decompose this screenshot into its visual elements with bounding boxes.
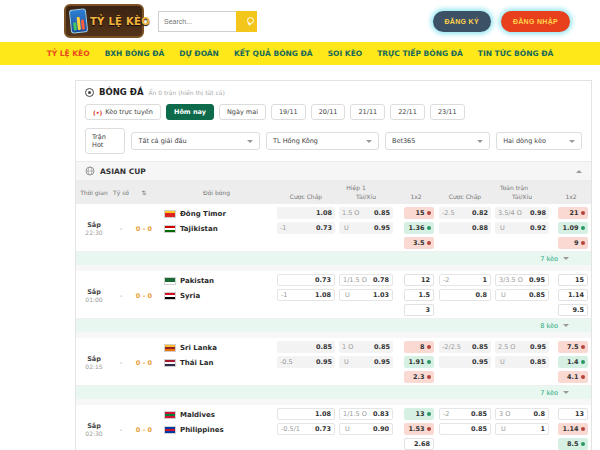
ft-1x2-cell-odds[interactable]: 7.5 — [558, 341, 588, 353]
more-odds-link[interactable]: 7 kèo — [76, 252, 591, 265]
ft-1x2-cell-odds[interactable]: 9 — [558, 237, 588, 249]
h1-1x2-cell-odds[interactable]: 13 — [404, 408, 434, 420]
odds-value: 8.5 — [567, 440, 579, 448]
nav-item-tin-tuc[interactable]: TIN TỨC BÓNG ĐÁ — [478, 49, 554, 58]
away-team[interactable]: Philippines — [164, 426, 275, 434]
ft-handicap-cell-odds[interactable]: -21 — [439, 274, 491, 286]
h1-overunder-cell-odds[interactable]: U0.90 — [339, 423, 393, 435]
ft-handicap-cell-odds[interactable]: 0.8 — [439, 289, 491, 301]
odds-value: 1.09 — [562, 224, 578, 232]
h1-1x2-cell-odds[interactable]: 1.5 — [404, 289, 434, 301]
nav-item-bxh-bong-da[interactable]: BXH BÓNG ĐÁ — [105, 49, 165, 58]
h1-1x2-cell-odds[interactable]: 1.53 — [404, 423, 434, 435]
tab-date-22-11[interactable]: 22/11 — [390, 104, 425, 120]
away-team[interactable]: Thái Lan — [164, 359, 275, 367]
tab-live[interactable]: (•) Kèo trực tuyến — [85, 104, 161, 120]
nav-item-truc-tiep[interactable]: TRỰC TIẾP BÓNG ĐÁ — [377, 49, 463, 58]
expand-icon — [563, 391, 569, 394]
h1-handicap-cell-odds[interactable]: -11.08 — [277, 289, 335, 301]
ft-handicap-cell-odds[interactable]: 0.88 — [439, 222, 491, 234]
site-logo[interactable]: TỶ LỆ KÈO — [64, 4, 144, 38]
h1-handicap-cell-odds[interactable]: -0.50.95 — [277, 356, 335, 368]
h1-1x2-cell-odds[interactable]: 3.5 — [404, 237, 434, 249]
ft-handicap-cell-odds[interactable]: -2/2.50.85 — [439, 341, 491, 353]
ft-1x2-cell-odds[interactable]: 13 — [558, 408, 588, 420]
ft-overunder-cell-odds[interactable]: 3/3.5O0.95 — [495, 274, 549, 286]
ft-overunder-cell-odds[interactable]: U0.85 — [495, 289, 549, 301]
ft-overunder-cell-odds[interactable]: 3.5/4O0.98 — [495, 207, 549, 219]
h1-handicap-cell-odds[interactable]: -0.5/10.73 — [277, 423, 335, 435]
h1-overunder-cell-odds[interactable]: U0.95 — [339, 356, 393, 368]
h1-1x2-cell-odds[interactable]: 15 — [404, 207, 434, 219]
h1-handicap-cell-odds[interactable]: 0.85 — [277, 341, 335, 353]
h1-overunder-cell-odds[interactable]: 1/1.5O0.83 — [339, 408, 393, 420]
ft-handicap-cell-odds[interactable]: 0.85 — [439, 423, 491, 435]
ft-1x2-cell-odds[interactable]: 8.5 — [558, 438, 588, 450]
ft-overunder-cell-odds[interactable]: 2.5O0.95 — [495, 341, 549, 353]
h1-overunder-cell-odds[interactable]: U1.03 — [339, 289, 393, 301]
team-name: Pakistan — [180, 277, 214, 285]
hot-matches-button[interactable]: Trận Hot — [85, 128, 125, 154]
ft-1x2-cell-odds[interactable]: 21 — [558, 207, 588, 219]
tab-tomorrow[interactable]: Ngày mai — [219, 104, 266, 120]
h1-handicap-cell-odds[interactable]: 1.08 — [277, 408, 335, 420]
register-button[interactable]: ĐĂNG KÝ — [433, 11, 491, 32]
tab-date-21-11[interactable]: 21/11 — [350, 104, 385, 120]
ft-1x2-cell-odds[interactable]: 4.1 — [558, 371, 588, 383]
ft-overunder-cell-odds[interactable]: U0.92 — [495, 222, 549, 234]
nav-item-soi-keo[interactable]: SOI KÈO — [328, 49, 363, 58]
h1-handicap-cell-odds[interactable]: 1.08 — [277, 207, 335, 219]
home-team[interactable]: Đông Timor — [164, 210, 275, 218]
tab-date-23-11[interactable]: 23/11 — [430, 104, 465, 120]
ft-1x2-cell-odds[interactable]: 9.5 — [558, 304, 588, 316]
ft-handicap-cell-odds[interactable]: -2.50.82 — [439, 207, 491, 219]
more-odds-link[interactable]: 7 kèo — [76, 386, 591, 399]
lines-select[interactable]: Hai dòng kèo — [496, 132, 582, 150]
away-team[interactable]: Tajikistan — [164, 225, 275, 233]
h1-1x2-cell-odds[interactable]: 2.68 — [404, 438, 434, 450]
section-note[interactable]: Ẩn 0 trận (hiển thị tất cả) — [148, 89, 224, 96]
tab-today[interactable]: Hôm nay — [166, 104, 214, 120]
h1-handicap-cell-odds[interactable]: -10.73 — [277, 222, 335, 234]
h1-1x2-cell-odds[interactable]: 1.91 — [404, 356, 434, 368]
h1-overunder-cell-odds[interactable]: U0.95 — [339, 222, 393, 234]
h1-overunder-cell-odds[interactable]: 1O0.85 — [339, 341, 393, 353]
collapse-icon[interactable] — [576, 170, 582, 173]
ft-handicap-cell-odds[interactable]: -20.85 — [439, 408, 491, 420]
search-button[interactable] — [236, 11, 257, 32]
home-team[interactable]: Maldives — [164, 411, 275, 419]
h1-1x2-cell-odds[interactable]: 8 — [404, 341, 434, 353]
ft-1x2-cell-odds[interactable]: 1.09 — [558, 222, 588, 234]
ft-1x2-cell-odds[interactable]: 1.14 — [558, 289, 588, 301]
more-odds-link[interactable]: 8 kèo — [76, 319, 591, 332]
home-team[interactable]: Pakistan — [164, 277, 275, 285]
h1-1x2-cell-odds[interactable]: 2.3 — [404, 371, 434, 383]
ft-1x2-cell-odds[interactable]: 1.4 — [558, 356, 588, 368]
nav-item-ty-le-keo[interactable]: TỶ LỆ KÈO — [47, 49, 90, 58]
nav-item-du-doan[interactable]: DỰ ĐOÁN — [179, 49, 219, 58]
h1-1x2-cell-odds[interactable]: 12 — [404, 274, 434, 286]
home-team[interactable]: Sri Lanka — [164, 344, 275, 352]
ft-1x2-cell-odds[interactable]: 1.14 — [558, 423, 588, 435]
h1-overunder-cell-odds[interactable]: 1/1.5O0.78 — [339, 274, 393, 286]
tab-date-19-11[interactable]: 19/11 — [271, 104, 306, 120]
h1-handicap-cell-odds[interactable]: 0.73 — [277, 274, 335, 286]
bookmaker-select[interactable]: Bet365 — [385, 132, 490, 150]
odds-format-select[interactable]: TL Hồng Kông — [266, 132, 379, 150]
league-select[interactable]: Tất cả giải đấu — [131, 132, 260, 150]
search-input[interactable] — [158, 11, 236, 32]
login-button[interactable]: ĐĂNG NHẬP — [501, 11, 570, 32]
h1-overunder-cell-odds[interactable]: 1.5O0.85 — [339, 207, 393, 219]
away-team[interactable]: Syria — [164, 292, 275, 300]
ft-overunder-cell-odds[interactable]: U1 — [495, 423, 549, 435]
ft-handicap-cell-odds[interactable]: 0.95 — [439, 356, 491, 368]
ft-1x2-cell-odds[interactable]: 15 — [558, 274, 588, 286]
ft-overunder-cell-odds[interactable]: U0.85 — [495, 356, 549, 368]
h1-1x2-cell-odds[interactable]: 1.36 — [404, 222, 434, 234]
ft-overunder-cell-odds[interactable]: 3O0.8 — [495, 408, 549, 420]
h1-1x2-cell-odds[interactable]: 3 — [404, 304, 434, 316]
tab-date-20-11[interactable]: 20/11 — [311, 104, 346, 120]
sort-icon[interactable]: ⇅ — [130, 181, 158, 204]
nav-item-ket-qua[interactable]: KẾT QUẢ BÓNG ĐÁ — [234, 49, 313, 58]
league-header[interactable]: ASIAN CUP — [76, 161, 591, 181]
